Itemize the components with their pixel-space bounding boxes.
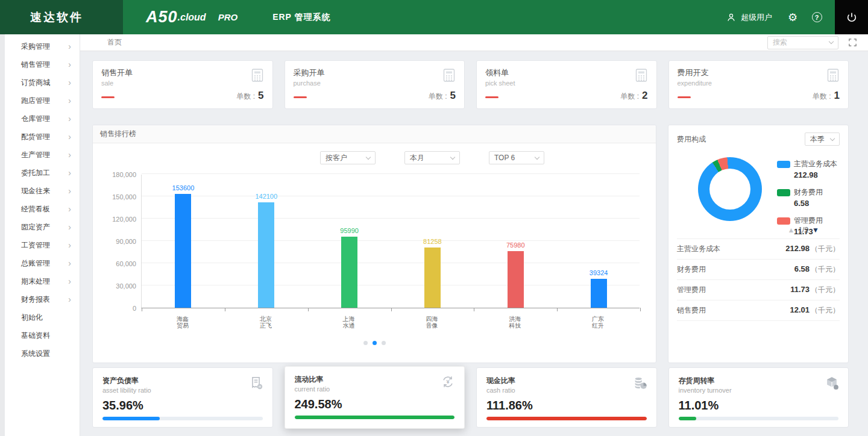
user-name: 超级用户 (741, 12, 772, 23)
settings-button[interactable]: ⚙ (781, 0, 805, 34)
sidebar-item-11[interactable]: 固定资产› (5, 218, 80, 236)
expense-period-value: 本季 (810, 134, 825, 145)
fullscreen-button[interactable] (848, 38, 857, 47)
filter-top-select[interactable]: TOP 6 (489, 151, 544, 164)
dashboard: 销售开单sale单数 :5采购开单purchase单数 :5领料单pick sh… (80, 51, 868, 430)
sidebar-item-9[interactable]: 现金往来› (5, 182, 80, 200)
red-dash (294, 96, 307, 98)
kpi-card-1[interactable]: 资产负债率asset libility ratio35.96% (92, 367, 273, 428)
kpi-value: 111.86% (486, 399, 647, 413)
breadcrumb[interactable]: 首页 (107, 37, 122, 48)
chevron-right-icon: › (68, 169, 71, 177)
gridline (142, 196, 640, 196)
stat-card-3[interactable]: 领料单pick sheet单数 :2 (476, 60, 657, 109)
x-axis-category-label: 上海水通 (307, 316, 391, 329)
red-dash (485, 96, 498, 98)
expense-period-select[interactable]: 本季 (805, 132, 840, 146)
sidebar-item-3[interactable]: 订货商城› (5, 73, 80, 92)
chevron-right-icon: › (68, 96, 71, 105)
sidebar-menu: 采购管理›销售管理›订货商城›跑店管理›仓库管理›配货管理›生产管理›委托加工›… (5, 37, 80, 363)
search-select[interactable]: 搜索 (767, 36, 838, 49)
kpi-progress-track (102, 417, 263, 420)
x-axis-category-label: 北京正飞 (224, 316, 307, 329)
sidebar-item-17[interactable]: 基础资料 (5, 326, 80, 344)
gear-icon: ⚙ (788, 12, 797, 23)
filter-period-select[interactable]: 本月 (404, 151, 460, 164)
content-area: 首页 搜索 销售开单sale单数 :5采购开单purchase单数 :5领料单p… (80, 34, 868, 436)
kpi-progress-fill (486, 417, 647, 420)
expense-pager: ▲ 1/2 ▼ (788, 226, 819, 234)
gridline (142, 285, 640, 285)
sidebar-item-4[interactable]: 跑店管理› (5, 92, 80, 110)
stat-card-4[interactable]: 费用开支expenditure单数 :1 (668, 60, 849, 109)
sales-ranking-panel: 销售排行榜 按客户 本月 TOP 6 153600142100959908125… (92, 125, 656, 363)
kpi-card-2[interactable]: 流动比率current ratio249.58%¥ (285, 366, 465, 429)
chevron-right-icon: › (68, 205, 71, 213)
legend-label: 管理费用 (794, 216, 823, 226)
filter-dimension-value: 按客户 (326, 153, 347, 163)
carousel-dot-3[interactable] (382, 341, 386, 345)
bar-6 (591, 279, 607, 308)
expense-row-value: 11.73（千元） (790, 285, 840, 295)
carousel-dot-1[interactable] (363, 341, 368, 345)
sidebar-item-16[interactable]: 初始化 (5, 308, 80, 326)
stat-card-count: 单数 :2 (620, 90, 647, 102)
legend-swatch (777, 189, 790, 196)
x-axis-category-label: 广东红升 (556, 316, 640, 329)
filter-dimension-select[interactable]: 按客户 (320, 151, 376, 164)
chevron-right-icon: › (68, 60, 71, 69)
chevron-down-icon (450, 154, 455, 159)
bar-3 (341, 237, 357, 308)
sidebar-item-15[interactable]: 财务报表› (5, 290, 80, 308)
stat-card-1[interactable]: 销售开单sale单数 :5 (92, 60, 273, 109)
expense-panel-title: 费用构成 (677, 134, 706, 145)
sidebar-item-5[interactable]: 仓库管理› (5, 110, 80, 128)
stat-card-2[interactable]: 采购开单purchase单数 :5 (285, 60, 465, 109)
sidebar-item-13[interactable]: 总账管理› (5, 254, 80, 272)
y-axis-tick-label: 120,000 (93, 216, 136, 223)
chevron-right-icon: › (68, 151, 71, 159)
sidebar-item-2[interactable]: 销售管理› (5, 55, 80, 73)
sidebar-scrollbar[interactable] (0, 34, 5, 436)
sidebar-item-12[interactable]: 工资管理› (5, 236, 80, 254)
sidebar-item-14[interactable]: 期末处理› (5, 272, 80, 290)
receipt-icon (248, 375, 264, 393)
sidebar-item-label: 生产管理 (21, 150, 50, 160)
gridline (142, 263, 640, 263)
kpi-subtitle: cash ratio (486, 387, 647, 394)
kpi-value: 35.96% (102, 399, 263, 413)
help-button[interactable]: ? (805, 0, 829, 34)
sidebar-item-7[interactable]: 生产管理› (5, 146, 80, 164)
user-menu[interactable]: 超级用户 (726, 0, 772, 34)
chevron-right-icon: › (68, 295, 71, 304)
kpi-progress-fill (295, 416, 455, 419)
box-icon (824, 375, 840, 393)
chevron-down-icon (366, 154, 371, 159)
carousel-dot-2[interactable] (373, 341, 377, 345)
sidebar-item-label: 现金往来 (21, 186, 50, 196)
kpi-progress-fill (102, 417, 160, 420)
expense-composition-panel: 费用构成 本季 主营业务成本212.98财务费用6.58管理费用11.73 ▲ … (668, 125, 849, 363)
pager-up-icon[interactable]: ▲ (788, 226, 795, 234)
expense-row-value: 212.98（千元） (785, 244, 840, 254)
kpi-card-4[interactable]: 存货周转率inventory turnover11.01% (668, 367, 849, 428)
sidebar-item-6[interactable]: 配货管理› (5, 128, 80, 146)
filter-top-value: TOP 6 (494, 154, 515, 162)
kpi-progress-track (679, 417, 839, 420)
svg-text:¥: ¥ (446, 379, 450, 385)
sidebar-item-18[interactable]: 系统设置 (5, 344, 80, 363)
sidebar-item-1[interactable]: 采购管理› (5, 37, 80, 55)
breadcrumb-bar: 首页 搜索 (80, 34, 868, 51)
pager-down-icon[interactable]: ▼ (812, 226, 819, 234)
sidebar-item-10[interactable]: 经营看板› (5, 200, 80, 218)
kpi-card-3[interactable]: 现金比率cash ratio111.86% (476, 367, 657, 428)
brand-block: A50.cloud PRO ERP 管理系统 (146, 0, 331, 34)
sidebar-item-label: 销售管理 (21, 60, 50, 70)
chart-region: 15360014210095990812587598039324 030,000… (93, 172, 656, 326)
sidebar-item-label: 初始化 (21, 313, 43, 323)
brand-name: A50 (146, 8, 178, 26)
sidebar-item-8[interactable]: 委托加工› (5, 164, 80, 182)
stat-card-subtitle: expenditure (678, 79, 840, 87)
power-button[interactable] (835, 0, 868, 34)
stat-card-subtitle: pick sheet (485, 79, 648, 87)
